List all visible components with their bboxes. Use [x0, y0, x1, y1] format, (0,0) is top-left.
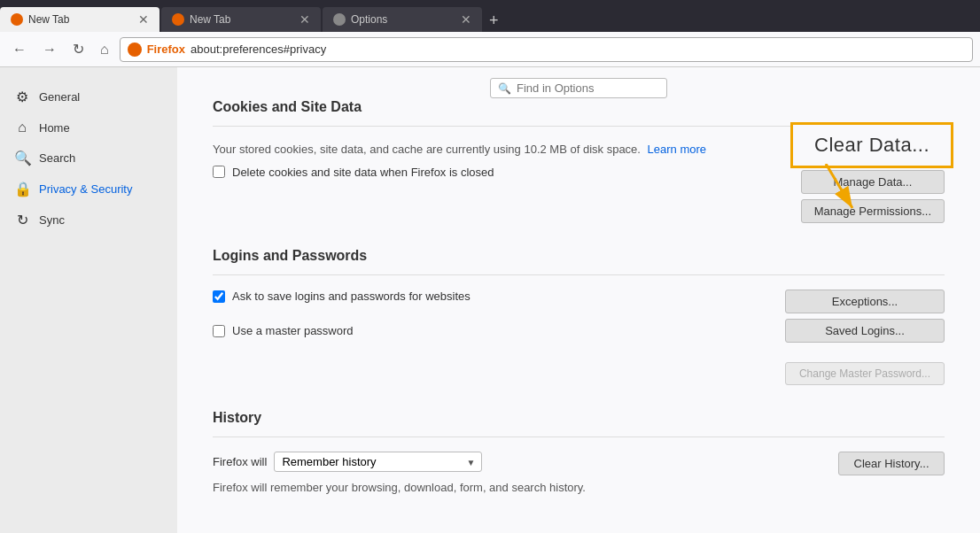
find-search-icon: 🔍 — [498, 82, 511, 95]
url-text: about:preferences#privacy — [191, 42, 965, 56]
sidebar-item-search[interactable]: 🔍 Search — [0, 143, 177, 174]
url-prefix: Firefox — [147, 42, 185, 56]
home-button[interactable]: ⌂ — [95, 40, 114, 59]
forward-button[interactable]: → — [37, 40, 62, 59]
new-tab-button[interactable]: + — [482, 12, 506, 30]
browser-body: ⚙ General ⌂ Home 🔍 Search 🔒 Privacy & Se… — [0, 67, 980, 533]
tab-3-close[interactable]: ✕ — [461, 12, 471, 27]
history-section-title: History — [213, 410, 945, 426]
history-divider — [213, 436, 945, 437]
tab-2-title: New Tab — [190, 13, 294, 26]
cookies-checkbox-row: Delete cookies and site data when Firefo… — [213, 166, 783, 179]
tab-1[interactable]: New Tab ✕ — [0, 7, 159, 32]
logins-divider — [213, 274, 945, 275]
svg-line-1 — [826, 164, 852, 208]
logins-section: Logins and Passwords Ask to save logins … — [213, 248, 945, 385]
reload-button[interactable]: ↻ — [67, 39, 89, 59]
logins-section-title: Logins and Passwords — [213, 248, 945, 264]
find-input[interactable] — [517, 81, 658, 95]
logins-master-password-row: Use a master password — [213, 324, 767, 337]
url-bar[interactable]: Firefox about:preferences#privacy — [120, 37, 973, 62]
nav-bar: ← → ↻ ⌂ Firefox about:preferences#privac… — [0, 32, 980, 67]
home-icon: ⌂ — [14, 120, 30, 135]
tab-1-title: New Tab — [28, 13, 133, 26]
lock-icon: 🔒 — [14, 181, 30, 197]
cookies-desc-text: Your stored cookies, site data, and cach… — [213, 143, 641, 156]
logins-master-password-checkbox[interactable] — [213, 325, 225, 337]
history-select[interactable]: Remember history Never remember history … — [274, 452, 482, 472]
sidebar-item-sync[interactable]: ↻ Sync — [0, 205, 177, 236]
change-master-password-button[interactable]: Change Master Password... — [785, 362, 945, 385]
cookies-learn-more[interactable]: Learn more — [648, 143, 706, 156]
back-button[interactable]: ← — [7, 40, 32, 59]
tab-2[interactable]: New Tab ✕ — [161, 7, 321, 32]
logins-two-col: Ask to save logins and passwords for web… — [213, 290, 945, 385]
callout-arrow — [799, 164, 870, 217]
cookies-delete-checkbox[interactable] — [213, 166, 225, 178]
sync-icon: ↻ — [14, 212, 30, 228]
firefox-tab-icon-2 — [172, 13, 184, 26]
sidebar-item-privacy-label: Privacy & Security — [39, 182, 132, 196]
firefox-logo — [128, 42, 142, 57]
find-bar: 🔍 — [490, 78, 667, 98]
history-section: History Firefox will Remember history Ne… — [213, 410, 945, 497]
logins-left: Ask to save logins and passwords for web… — [213, 290, 767, 344]
history-row: Firefox will Remember history Never reme… — [213, 452, 821, 472]
logins-ask-save-row: Ask to save logins and passwords for web… — [213, 290, 767, 303]
cookies-desc: Your stored cookies, site data, and cach… — [213, 141, 783, 158]
saved-logins-button[interactable]: Saved Logins... — [785, 319, 945, 343]
tab-bar: New Tab ✕ New Tab ✕ Options ✕ + — [0, 0, 980, 32]
logins-ask-save-label[interactable]: Ask to save logins and passwords for web… — [232, 290, 471, 303]
tab-3[interactable]: Options ✕ — [323, 7, 482, 32]
cookies-left: Your stored cookies, site data, and cach… — [213, 141, 783, 186]
sidebar-item-search-label: Search — [39, 151, 75, 165]
history-left: Firefox will Remember history Never reme… — [213, 452, 821, 497]
sidebar-item-general[interactable]: ⚙ General — [0, 81, 177, 112]
logins-master-password-label[interactable]: Use a master password — [232, 324, 354, 337]
cookies-section-title: Cookies and Site Data — [213, 99, 945, 115]
history-buttons: Clear History... — [838, 452, 945, 475]
logins-ask-save-checkbox[interactable] — [213, 290, 225, 303]
search-icon: 🔍 — [14, 150, 30, 166]
tab-2-close[interactable]: ✕ — [299, 12, 310, 27]
callout-label: Clear Data... — [814, 134, 929, 156]
tab-3-title: Options — [351, 13, 455, 26]
options-tab-icon — [333, 13, 346, 26]
find-input-container[interactable]: 🔍 — [490, 78, 667, 98]
logins-buttons: Exceptions... Saved Logins... Change Mas… — [785, 290, 945, 385]
clear-history-button[interactable]: Clear History... — [838, 452, 945, 475]
sidebar-item-sync-label: Sync — [39, 213, 65, 227]
history-select-wrapper: Remember history Never remember history … — [274, 452, 482, 472]
history-firefox-will-label: Firefox will — [213, 455, 267, 468]
sidebar-item-home-label: Home — [39, 121, 70, 135]
gear-icon: ⚙ — [14, 89, 30, 105]
exceptions-button[interactable]: Exceptions... — [785, 290, 945, 313]
sidebar-item-home[interactable]: ⌂ Home — [0, 112, 177, 143]
firefox-tab-icon-1 — [11, 13, 23, 26]
history-two-col: Firefox will Remember history Never reme… — [213, 452, 945, 497]
history-description: Firefox will remember your browsing, dow… — [213, 479, 821, 497]
sidebar-item-privacy[interactable]: 🔒 Privacy & Security — [0, 174, 177, 205]
tab-1-close[interactable]: ✕ — [138, 12, 149, 27]
sidebar-item-general-label: General — [39, 90, 80, 104]
browser-chrome: New Tab ✕ New Tab ✕ Options ✕ + ← → ↻ ⌂ … — [0, 0, 980, 67]
callout-box: Clear Data... — [790, 122, 953, 168]
main-content: 🔍 Clear Data... Cookies and Site Data — [177, 67, 980, 533]
cookies-delete-label[interactable]: Delete cookies and site data when Firefo… — [232, 166, 494, 179]
callout-container: Clear Data... — [790, 122, 953, 168]
sidebar: ⚙ General ⌂ Home 🔍 Search 🔒 Privacy & Se… — [0, 67, 177, 533]
